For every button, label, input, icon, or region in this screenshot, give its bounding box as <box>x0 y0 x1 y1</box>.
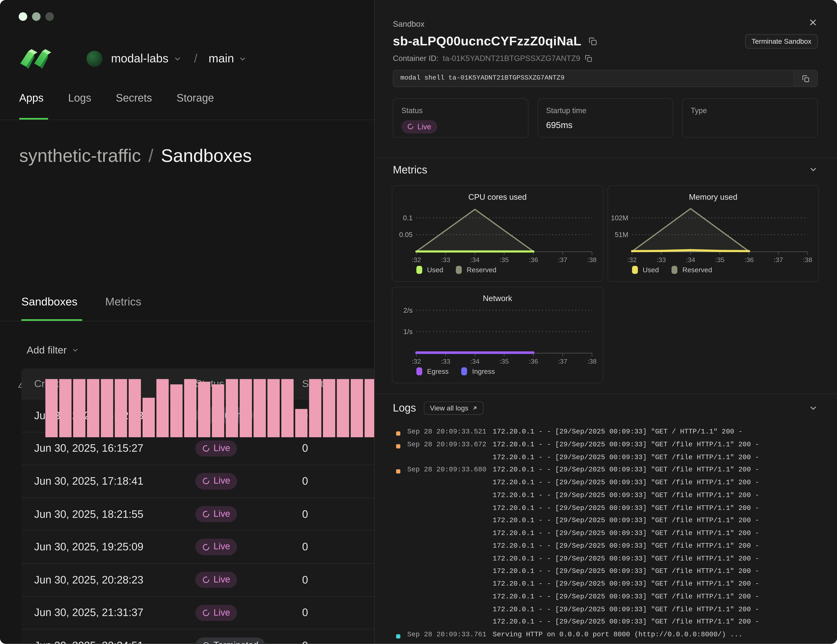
status-badge: Live <box>195 605 237 621</box>
environment-selector[interactable]: main <box>208 52 247 66</box>
traffic-bar <box>309 379 321 437</box>
log-line: Sep 28 20:09:33.761Serving HTTP on 0.0.0… <box>393 631 830 643</box>
cell-created: Jun 30, 2025, 22:34:51 <box>21 640 195 644</box>
chart-plot: 0.10.05:32:33:34:35:36:37:38 <box>392 204 603 265</box>
view-all-logs-button[interactable]: View all logs <box>424 402 484 415</box>
chart-legend: EgressIngress <box>417 367 495 375</box>
traffic-bar <box>87 379 99 437</box>
divider <box>375 393 837 394</box>
info-card-startup-time: Startup time695ms <box>538 98 673 138</box>
workspace-name: modal-labs <box>111 52 169 66</box>
breadcrumb: synthetic-traffic / Sandboxes <box>19 145 252 166</box>
nav-tab-storage[interactable]: Storage <box>177 92 214 104</box>
log-message: 172.20.0.1 - - [29/Sep/2025 00:09:33] "G… <box>493 580 759 588</box>
traffic-bar <box>268 379 280 437</box>
nav-tab-apps[interactable]: Apps <box>19 92 44 104</box>
close-icon[interactable] <box>808 18 818 27</box>
table-row[interactable]: Jun 30, 2025, 17:18:41Live0 <box>21 465 374 498</box>
container-id-label: Container ID: <box>393 54 438 62</box>
container-id-value: ta-01K5YADNT21BTGPSSXZG7ANTZ9 <box>443 54 580 62</box>
breadcrumb-app[interactable]: synthetic-traffic <box>19 145 141 166</box>
workspace-selector[interactable]: modal-labs <box>86 51 181 67</box>
status-badge: Terminated <box>195 637 266 644</box>
window-button-1[interactable] <box>19 12 27 21</box>
table-row[interactable]: Jun 30, 2025, 22:34:51Terminated0 <box>21 629 374 644</box>
log-message: 172.20.0.1 - - [29/Sep/2025 00:09:33] "G… <box>493 504 759 512</box>
log-output[interactable]: Sep 28 20:09:33.521172.20.0.1 - - [29/Se… <box>393 428 830 643</box>
log-line: 172.20.0.1 - - [29/Sep/2025 00:09:33] "G… <box>393 618 830 631</box>
nav-tab-secrets[interactable]: Secrets <box>116 92 152 104</box>
breadcrumb-separator: / <box>194 52 197 66</box>
log-message: 172.20.0.1 - - [29/Sep/2025 00:09:33] "G… <box>493 554 759 563</box>
svg-text::34: :34 <box>686 256 695 264</box>
table-row[interactable]: Jun 30, 2025, 19:25:09Live0 <box>21 530 374 563</box>
traffic-bar <box>240 379 252 437</box>
cell-created: Jun 30, 2025, 20:28:23 <box>21 574 195 586</box>
legend-swatch <box>672 266 678 274</box>
svg-text::38: :38 <box>588 256 597 264</box>
log-timestamp: Sep 28 20:09:33.521 <box>407 428 493 436</box>
log-line: 172.20.0.1 - - [29/Sep/2025 00:09:33] "G… <box>393 554 830 567</box>
info-card-label: Status <box>402 106 520 115</box>
cell-status: Live <box>195 506 302 522</box>
cpu-chart-card: CPU cores used0.10.05:32:33:34:35:36:37:… <box>392 185 603 282</box>
log-line: Sep 28 20:09:33.672172.20.0.1 - - [29/Se… <box>393 440 830 453</box>
collapse-metrics-chevron-icon[interactable] <box>809 165 818 174</box>
svg-text::38: :38 <box>588 358 597 365</box>
svg-text:0.05: 0.05 <box>399 231 412 238</box>
status-icon <box>202 642 210 644</box>
log-line: 172.20.0.1 - - [29/Sep/2025 00:09:33] "G… <box>393 453 830 466</box>
table-row[interactable]: Jun 30, 2025, 20:28:23Live0 <box>21 563 374 596</box>
log-severity-dot <box>396 431 400 436</box>
add-filter-button[interactable]: Add filter <box>27 344 79 356</box>
chart-legend: UsedReserved <box>417 266 496 274</box>
copy-icon[interactable] <box>588 36 597 46</box>
window-button-3[interactable] <box>45 12 54 21</box>
log-message: Serving HTTP on 0.0.0.0 port 8000 (http:… <box>493 631 742 639</box>
traffic-bar <box>170 384 182 437</box>
log-line: 172.20.0.1 - - [29/Sep/2025 00:09:33] "G… <box>393 491 830 504</box>
container-id-row: Container ID: ta-01K5YADNT21BTGPSSXZG7AN… <box>393 54 592 62</box>
tab-sandboxes[interactable]: Sandboxes <box>21 295 77 308</box>
modal-logo-icon[interactable] <box>19 47 51 71</box>
status-icon <box>202 478 210 485</box>
top-bar: modal-labs / main <box>19 47 247 71</box>
cell-status: Live <box>195 605 302 621</box>
log-line: Sep 28 20:09:33.521172.20.0.1 - - [29/Se… <box>393 428 830 440</box>
table-row[interactable]: Jun 30, 2025, 18:21:55Live0 <box>21 498 374 531</box>
active-tab-underline <box>21 319 82 321</box>
tab-metrics[interactable]: Metrics <box>105 295 141 308</box>
svg-text::36: :36 <box>529 256 538 264</box>
window-button-2[interactable] <box>32 12 41 21</box>
copy-icon[interactable] <box>584 54 592 62</box>
sandbox-id-title: sb-aLPQ00ucncCYFzzZ0qiNaL <box>393 34 581 48</box>
terminate-sandbox-button[interactable]: Terminate Sandbox <box>745 34 818 49</box>
cell-status: Live <box>195 440 302 457</box>
collapse-logs-chevron-icon[interactable] <box>809 404 818 413</box>
svg-text::35: :35 <box>715 256 724 264</box>
add-filter-label: Add filter <box>27 344 67 356</box>
info-card-label: Type <box>691 106 809 115</box>
primary-nav: Apps Logs Secrets Storage <box>19 92 214 104</box>
table-row[interactable]: Jun 30, 2025, 21:31:37Live0 <box>21 596 374 629</box>
shell-command[interactable]: modal shell ta-01K5YADNT21BTGPSSXZG7ANTZ… <box>400 71 565 86</box>
status-label: Terminated <box>213 640 259 644</box>
log-line: 172.20.0.1 - - [29/Sep/2025 00:09:33] "G… <box>393 516 830 529</box>
legend-swatch <box>456 266 462 274</box>
log-message: 172.20.0.1 - - [29/Sep/2025 00:09:33] "G… <box>493 567 759 575</box>
log-message: 172.20.0.1 - - [29/Sep/2025 00:09:33] "G… <box>493 491 759 499</box>
log-severity-dot <box>396 622 400 626</box>
status-label: Live <box>417 122 431 131</box>
traffic-bar <box>254 379 266 437</box>
traffic-bar <box>295 409 307 437</box>
status-badge: Live <box>195 506 237 522</box>
logs-header: Logs View all logs <box>393 402 484 415</box>
nav-tab-logs[interactable]: Logs <box>68 92 91 104</box>
copy-command-button[interactable] <box>794 71 817 86</box>
legend-label: Reserved <box>683 266 712 274</box>
svg-text::32: :32 <box>412 358 421 365</box>
status-icon <box>407 123 414 130</box>
legend-item: Reserved <box>672 266 712 274</box>
chart-plot: 102M51M:32:33:34:35:36:37:38 <box>608 204 818 265</box>
shell-command-box: modal shell ta-01K5YADNT21BTGPSSXZG7ANTZ… <box>393 70 818 87</box>
